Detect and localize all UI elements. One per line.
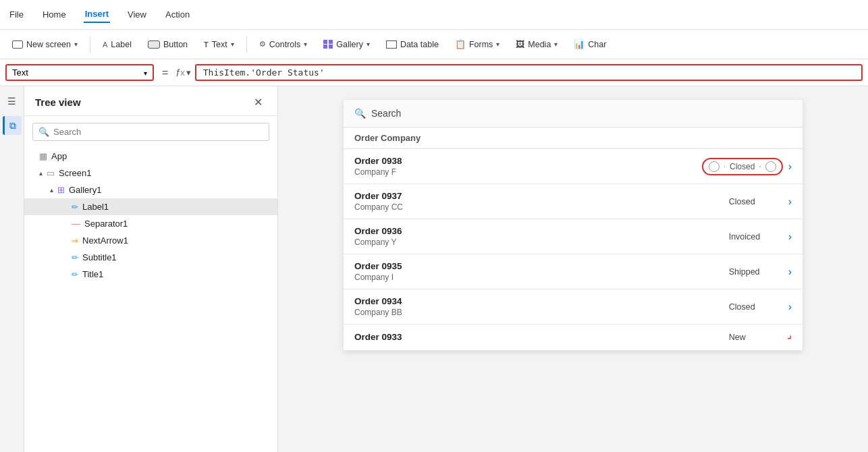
gallery-row-0-title: Order 0938 bbox=[354, 156, 702, 166]
formula-bar: Text = fx ▾ bbox=[0, 59, 868, 86]
gallery-row-5[interactable]: Order 0933 New › bbox=[344, 324, 803, 351]
chart-button[interactable]: 📊 Char bbox=[567, 36, 613, 52]
label-button[interactable]: A Label bbox=[96, 37, 138, 52]
icon-strip bbox=[0, 86, 24, 452]
tree-search-box[interactable]: 🔍 bbox=[32, 123, 269, 141]
dumbbell-bar-2 bbox=[759, 166, 760, 167]
gallery-chevron bbox=[367, 40, 370, 48]
controls-button[interactable]: ⚙ Controls bbox=[252, 37, 315, 52]
menu-action[interactable]: Action bbox=[164, 7, 191, 22]
data-table-icon bbox=[386, 40, 397, 49]
gallery-button[interactable]: Gallery bbox=[317, 37, 377, 52]
tree-item-gallery1[interactable]: Gallery1 bbox=[24, 181, 277, 198]
gallery-row-2-title: Order 0936 bbox=[354, 226, 729, 236]
gallery-row-5-title: Order 0933 bbox=[354, 332, 729, 342]
gallery-row-1-info: Order 0937 Company CC bbox=[354, 191, 729, 212]
tree-item-label1[interactable]: Label1 bbox=[24, 198, 277, 215]
property-selector[interactable]: Text bbox=[5, 64, 154, 81]
media-button[interactable]: 🖼 Media bbox=[509, 36, 564, 52]
data-table-button[interactable]: Data table bbox=[379, 37, 445, 52]
gallery-row-5-info: Order 0933 bbox=[354, 332, 729, 343]
app-icon bbox=[39, 151, 47, 161]
media-icon: 🖼 bbox=[516, 39, 524, 49]
formula-input[interactable] bbox=[195, 64, 863, 81]
hamburger-menu-button[interactable] bbox=[3, 92, 22, 111]
gallery-row-3[interactable]: Order 0935 Company I Shipped › bbox=[344, 254, 803, 289]
layers-button[interactable] bbox=[3, 116, 22, 135]
chart-icon: 📊 bbox=[574, 39, 585, 49]
tree-item-separator1[interactable]: Separator1 bbox=[24, 215, 277, 232]
button-button[interactable]: Button bbox=[141, 37, 194, 52]
menu-home[interactable]: Home bbox=[41, 7, 67, 22]
separator1-icon bbox=[72, 219, 80, 229]
gallery-row-2-arrow: › bbox=[788, 231, 792, 243]
gallery-row-4-title: Order 0934 bbox=[354, 296, 729, 306]
toolbar-sep-2 bbox=[246, 36, 247, 53]
property-chevron-icon bbox=[144, 67, 147, 78]
dumbbell-bar-1 bbox=[724, 166, 725, 167]
subtitle1-icon bbox=[72, 252, 78, 262]
formula-fx-button[interactable]: fx ▾ bbox=[176, 67, 190, 78]
tree-item-title1[interactable]: Title1 bbox=[24, 266, 277, 283]
gallery-row-0-subtitle: Company F bbox=[354, 167, 702, 177]
menu-insert[interactable]: Insert bbox=[84, 6, 110, 23]
layers-icon bbox=[9, 120, 16, 132]
button-icon bbox=[148, 40, 160, 49]
gallery-row-4[interactable]: Order 0934 Company BB Closed › bbox=[344, 289, 803, 324]
text-button[interactable]: T Text bbox=[197, 37, 241, 52]
gallery-row-2[interactable]: Order 0936 Company Y Invoiced › bbox=[344, 219, 803, 254]
dumbbell-handle-right bbox=[765, 161, 776, 172]
gallery-row-0-arrow: › bbox=[788, 161, 792, 173]
controls-icon: ⚙ bbox=[259, 40, 266, 49]
gallery-row-4-subtitle: Company BB bbox=[354, 308, 729, 317]
gallery-row-0-info: Order 0938 Company F bbox=[354, 156, 702, 177]
gallery-card: 🔍 Search Order Company Order 0938 Compan… bbox=[344, 100, 803, 351]
formula-equals: = bbox=[158, 67, 172, 79]
main-layout: Tree view ✕ 🔍 App Screen1 bbox=[0, 86, 868, 452]
tree-panel: Tree view ✕ 🔍 App Screen1 bbox=[24, 86, 278, 452]
gallery-row-1-subtitle: Company CC bbox=[354, 202, 729, 212]
gallery1-collapse-icon bbox=[50, 186, 53, 194]
new-screen-button[interactable]: New screen bbox=[5, 37, 84, 52]
tree-item-nextarrow1[interactable]: NextArrow1 bbox=[24, 232, 277, 249]
toolbar-sep-1 bbox=[90, 36, 90, 53]
tree-search-icon: 🔍 bbox=[38, 127, 49, 137]
tree-header: Tree view ✕ bbox=[24, 86, 277, 116]
gallery-row-3-status: Shipped bbox=[729, 267, 783, 277]
gallery-row-3-subtitle: Company I bbox=[354, 273, 729, 282]
gallery-row-1-status: Closed bbox=[729, 197, 783, 206]
forms-icon: 📋 bbox=[455, 39, 466, 49]
menu-view[interactable]: View bbox=[126, 7, 148, 22]
tree-close-button[interactable]: ✕ bbox=[250, 94, 267, 110]
fx-chevron-icon: ▾ bbox=[186, 67, 191, 78]
gallery-row-4-status: Closed bbox=[729, 302, 783, 312]
status-selector[interactable]: Closed bbox=[702, 158, 783, 175]
gallery-search-label: Search bbox=[371, 108, 401, 119]
gallery-order-header: Order Company bbox=[354, 133, 792, 143]
gallery-row-5-arrow: › bbox=[784, 332, 795, 343]
menu-file[interactable]: File bbox=[8, 7, 25, 22]
gallery-column-header: Order Company bbox=[344, 128, 803, 149]
canvas-area: 🔍 Search Order Company Order 0938 Compan… bbox=[278, 86, 868, 452]
tree-item-app[interactable]: App bbox=[24, 148, 277, 165]
new-screen-icon bbox=[12, 40, 23, 49]
toolbar: New screen A Label Button T Text ⚙ Contr… bbox=[0, 30, 868, 59]
forms-chevron bbox=[496, 40, 499, 48]
gallery-search-icon: 🔍 bbox=[354, 108, 366, 119]
gallery-row-4-arrow: › bbox=[788, 301, 792, 313]
menu-bar: File Home Insert View Action bbox=[0, 0, 868, 30]
tree-title: Tree view bbox=[35, 96, 81, 108]
forms-button[interactable]: 📋 Forms bbox=[448, 36, 506, 52]
gallery-row-3-arrow: › bbox=[788, 266, 792, 278]
tree-search-input[interactable] bbox=[53, 127, 263, 137]
text-icon: T bbox=[204, 40, 209, 49]
tree-item-subtitle1[interactable]: Subtitle1 bbox=[24, 249, 277, 266]
gallery-row-1[interactable]: Order 0937 Company CC Closed › bbox=[344, 184, 803, 219]
gallery-row-2-status: Invoiced bbox=[729, 232, 783, 242]
dumbbell-handle-left bbox=[709, 161, 720, 172]
gallery-row-0[interactable]: Order 0938 Company F Closed › bbox=[344, 149, 803, 184]
gallery-row-1-title: Order 0937 bbox=[354, 191, 729, 201]
gallery-row-5-status: New bbox=[729, 333, 783, 342]
gallery-search-bar[interactable]: 🔍 Search bbox=[344, 100, 803, 128]
tree-item-screen1[interactable]: Screen1 bbox=[24, 165, 277, 181]
